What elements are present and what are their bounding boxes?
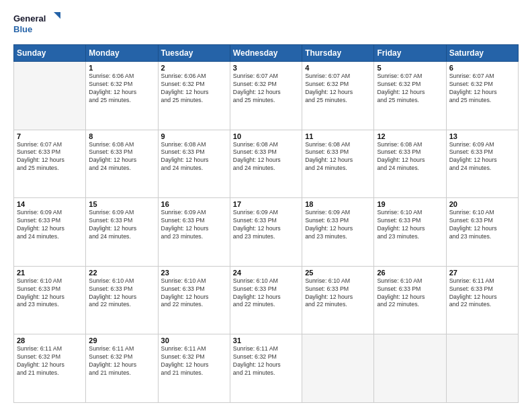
calendar-day-cell: 17Sunrise: 6:09 AMSunset: 6:33 PMDayligh… — [230, 198, 302, 267]
calendar-day-header: Wednesday — [230, 45, 302, 62]
day-detail: Sunrise: 6:09 AMSunset: 6:33 PMDaylight:… — [17, 209, 83, 241]
day-number: 14 — [17, 200, 83, 208]
calendar-week-row: 14Sunrise: 6:09 AMSunset: 6:33 PMDayligh… — [14, 198, 519, 267]
calendar-week-row: 21Sunrise: 6:10 AMSunset: 6:33 PMDayligh… — [14, 266, 519, 334]
day-number: 24 — [233, 269, 299, 277]
calendar-day-header: Friday — [374, 45, 446, 62]
calendar-day-cell: 22Sunrise: 6:10 AMSunset: 6:33 PMDayligh… — [86, 266, 158, 334]
day-number: 17 — [233, 200, 299, 208]
day-detail: Sunrise: 6:09 AMSunset: 6:33 PMDaylight:… — [89, 209, 154, 241]
calendar-day-cell: 10Sunrise: 6:08 AMSunset: 6:33 PMDayligh… — [230, 130, 302, 198]
day-detail: Sunrise: 6:10 AMSunset: 6:33 PMDaylight:… — [377, 277, 443, 310]
calendar-day-cell — [302, 334, 374, 403]
day-number: 5 — [377, 64, 443, 72]
day-detail: Sunrise: 6:07 AMSunset: 6:33 PMDaylight:… — [17, 141, 83, 173]
day-number: 22 — [89, 269, 154, 277]
day-number: 8 — [89, 132, 154, 140]
day-number: 18 — [305, 200, 371, 208]
calendar-day-cell: 7Sunrise: 6:07 AMSunset: 6:33 PMDaylight… — [14, 130, 86, 198]
day-detail: Sunrise: 6:08 AMSunset: 6:33 PMDaylight:… — [233, 141, 299, 173]
day-detail: Sunrise: 6:11 AMSunset: 6:32 PMDaylight:… — [233, 345, 299, 377]
day-number: 11 — [305, 132, 371, 140]
page-header: General Blue — [13, 11, 519, 38]
svg-marker-2 — [54, 12, 60, 19]
calendar-day-cell: 19Sunrise: 6:10 AMSunset: 6:33 PMDayligh… — [374, 198, 446, 267]
day-number: 19 — [377, 200, 443, 208]
day-number: 3 — [233, 64, 299, 72]
calendar-day-cell — [446, 334, 518, 403]
day-number: 21 — [17, 269, 83, 277]
calendar-day-cell: 26Sunrise: 6:10 AMSunset: 6:33 PMDayligh… — [374, 266, 446, 334]
svg-text:General: General — [13, 13, 46, 24]
day-number: 12 — [377, 132, 443, 140]
calendar-day-cell: 29Sunrise: 6:11 AMSunset: 6:32 PMDayligh… — [86, 334, 158, 403]
calendar-day-cell: 1Sunrise: 6:06 AMSunset: 6:32 PMDaylight… — [86, 62, 158, 130]
day-detail: Sunrise: 6:09 AMSunset: 6:33 PMDaylight:… — [449, 141, 515, 173]
day-detail: Sunrise: 6:07 AMSunset: 6:32 PMDaylight:… — [377, 73, 443, 105]
day-number: 29 — [89, 336, 154, 345]
day-number: 10 — [233, 132, 299, 140]
calendar-day-header: Thursday — [302, 45, 374, 62]
calendar-day-cell: 3Sunrise: 6:07 AMSunset: 6:32 PMDaylight… — [230, 62, 302, 130]
calendar-day-cell: 30Sunrise: 6:11 AMSunset: 6:32 PMDayligh… — [158, 334, 230, 403]
day-detail: Sunrise: 6:08 AMSunset: 6:33 PMDaylight:… — [161, 141, 227, 173]
day-detail: Sunrise: 6:11 AMSunset: 6:33 PMDaylight:… — [449, 277, 515, 310]
day-detail: Sunrise: 6:09 AMSunset: 6:33 PMDaylight:… — [161, 209, 227, 241]
calendar-day-cell: 27Sunrise: 6:11 AMSunset: 6:33 PMDayligh… — [446, 266, 518, 334]
calendar-day-cell: 8Sunrise: 6:08 AMSunset: 6:33 PMDaylight… — [86, 130, 158, 198]
logo: General Blue — [13, 11, 60, 38]
calendar-table: SundayMondayTuesdayWednesdayThursdayFrid… — [13, 44, 519, 403]
calendar-day-cell: 12Sunrise: 6:08 AMSunset: 6:33 PMDayligh… — [374, 130, 446, 198]
calendar-header: SundayMondayTuesdayWednesdayThursdayFrid… — [14, 45, 519, 62]
day-detail: Sunrise: 6:10 AMSunset: 6:33 PMDaylight:… — [305, 277, 371, 310]
day-detail: Sunrise: 6:06 AMSunset: 6:32 PMDaylight:… — [161, 73, 227, 105]
day-number: 9 — [161, 132, 227, 140]
calendar-day-cell: 31Sunrise: 6:11 AMSunset: 6:32 PMDayligh… — [230, 334, 302, 403]
calendar-day-header: Monday — [86, 45, 158, 62]
day-number: 1 — [89, 64, 154, 72]
calendar-day-cell: 20Sunrise: 6:10 AMSunset: 6:33 PMDayligh… — [446, 198, 518, 267]
day-number: 2 — [161, 64, 227, 72]
day-detail: Sunrise: 6:06 AMSunset: 6:32 PMDaylight:… — [89, 73, 154, 105]
calendar-day-header: Saturday — [446, 45, 518, 62]
calendar-day-cell: 2Sunrise: 6:06 AMSunset: 6:32 PMDaylight… — [158, 62, 230, 130]
calendar-day-cell: 24Sunrise: 6:10 AMSunset: 6:33 PMDayligh… — [230, 266, 302, 334]
logo-svg: General Blue — [13, 11, 60, 38]
day-detail: Sunrise: 6:10 AMSunset: 6:33 PMDaylight:… — [161, 277, 227, 310]
day-number: 27 — [449, 269, 515, 277]
day-number: 16 — [161, 200, 227, 208]
calendar-week-row: 1Sunrise: 6:06 AMSunset: 6:32 PMDaylight… — [14, 62, 519, 130]
calendar-day-header: Sunday — [14, 45, 86, 62]
day-detail: Sunrise: 6:09 AMSunset: 6:33 PMDaylight:… — [305, 209, 371, 241]
calendar-day-cell: 6Sunrise: 6:07 AMSunset: 6:32 PMDaylight… — [446, 62, 518, 130]
day-number: 26 — [377, 269, 443, 277]
day-number: 20 — [449, 200, 515, 208]
day-number: 7 — [17, 132, 83, 140]
day-detail: Sunrise: 6:11 AMSunset: 6:32 PMDaylight:… — [89, 345, 154, 377]
calendar-day-cell — [374, 334, 446, 403]
calendar-day-cell: 11Sunrise: 6:08 AMSunset: 6:33 PMDayligh… — [302, 130, 374, 198]
day-number: 13 — [449, 132, 515, 140]
day-detail: Sunrise: 6:10 AMSunset: 6:33 PMDaylight:… — [17, 277, 83, 310]
calendar-day-cell: 9Sunrise: 6:08 AMSunset: 6:33 PMDaylight… — [158, 130, 230, 198]
day-detail: Sunrise: 6:11 AMSunset: 6:32 PMDaylight:… — [161, 345, 227, 377]
day-detail: Sunrise: 6:10 AMSunset: 6:33 PMDaylight:… — [377, 209, 443, 241]
day-number: 31 — [233, 336, 299, 345]
svg-text:Blue: Blue — [13, 24, 32, 34]
day-number: 4 — [305, 64, 371, 72]
day-detail: Sunrise: 6:07 AMSunset: 6:32 PMDaylight:… — [305, 73, 371, 105]
calendar-day-cell: 21Sunrise: 6:10 AMSunset: 6:33 PMDayligh… — [14, 266, 86, 334]
day-number: 28 — [17, 336, 83, 345]
calendar-week-row: 28Sunrise: 6:11 AMSunset: 6:32 PMDayligh… — [14, 334, 519, 403]
calendar-day-cell: 25Sunrise: 6:10 AMSunset: 6:33 PMDayligh… — [302, 266, 374, 334]
calendar-week-row: 7Sunrise: 6:07 AMSunset: 6:33 PMDaylight… — [14, 130, 519, 198]
calendar-day-cell: 4Sunrise: 6:07 AMSunset: 6:32 PMDaylight… — [302, 62, 374, 130]
day-detail: Sunrise: 6:10 AMSunset: 6:33 PMDaylight:… — [449, 209, 515, 241]
calendar-day-cell: 28Sunrise: 6:11 AMSunset: 6:32 PMDayligh… — [14, 334, 86, 403]
day-number: 23 — [161, 269, 227, 277]
day-detail: Sunrise: 6:10 AMSunset: 6:33 PMDaylight:… — [233, 277, 299, 310]
day-number: 30 — [161, 336, 227, 345]
day-detail: Sunrise: 6:08 AMSunset: 6:33 PMDaylight:… — [305, 141, 371, 173]
day-detail: Sunrise: 6:07 AMSunset: 6:32 PMDaylight:… — [233, 73, 299, 105]
calendar-day-cell: 5Sunrise: 6:07 AMSunset: 6:32 PMDaylight… — [374, 62, 446, 130]
